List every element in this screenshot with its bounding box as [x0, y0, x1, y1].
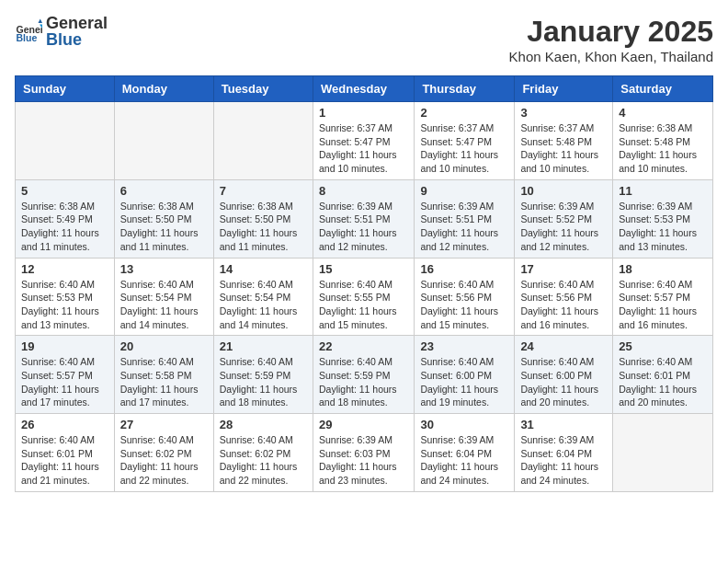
day-number: 29	[319, 418, 408, 431]
day-number: 22	[319, 339, 408, 353]
calendar-cell: 16Sunrise: 6:40 AMSunset: 5:56 PMDayligh…	[415, 258, 515, 336]
day-header-wednesday: Wednesday	[313, 76, 414, 102]
day-number: 14	[220, 262, 307, 276]
calendar-cell: 5Sunrise: 6:38 AMSunset: 5:49 PMDaylight…	[16, 179, 115, 258]
day-info: Sunrise: 6:38 AMSunset: 5:50 PMDaylight:…	[120, 200, 208, 254]
calendar-cell: 12Sunrise: 6:40 AMSunset: 5:53 PMDayligh…	[16, 258, 115, 336]
day-number: 2	[420, 106, 508, 120]
calendar-cell: 21Sunrise: 6:40 AMSunset: 5:59 PMDayligh…	[213, 336, 313, 414]
day-number: 5	[21, 184, 108, 198]
calendar-cell	[16, 102, 115, 180]
calendar-cell: 8Sunrise: 6:39 AMSunset: 5:51 PMDaylight…	[313, 179, 414, 258]
svg-text:Blue: Blue	[17, 32, 38, 43]
day-number: 3	[520, 106, 607, 120]
day-number: 17	[520, 262, 607, 276]
day-info: Sunrise: 6:39 AMSunset: 6:04 PMDaylight:…	[420, 433, 508, 488]
calendar-cell: 25Sunrise: 6:40 AMSunset: 6:01 PMDayligh…	[613, 336, 713, 414]
day-number: 4	[619, 106, 707, 120]
day-info: Sunrise: 6:40 AMSunset: 5:56 PMDaylight:…	[520, 278, 607, 332]
calendar-cell: 11Sunrise: 6:39 AMSunset: 5:53 PMDayligh…	[613, 179, 713, 258]
day-number: 6	[120, 184, 208, 198]
day-number: 7	[220, 184, 307, 198]
day-number: 13	[120, 262, 208, 276]
day-info: Sunrise: 6:40 AMSunset: 5:54 PMDaylight:…	[220, 278, 307, 332]
day-number: 20	[120, 339, 208, 353]
day-info: Sunrise: 6:40 AMSunset: 6:00 PMDaylight:…	[520, 355, 607, 409]
day-number: 26	[21, 418, 108, 431]
day-number: 12	[21, 262, 108, 276]
logo-blue-text: Blue	[46, 31, 108, 48]
day-info: Sunrise: 6:40 AMSunset: 5:53 PMDaylight:…	[21, 278, 108, 332]
header-row: SundayMondayTuesdayWednesdayThursdayFrid…	[16, 76, 713, 102]
logo-icon: General Blue	[15, 17, 42, 45]
week-row-3: 12Sunrise: 6:40 AMSunset: 5:53 PMDayligh…	[16, 258, 713, 336]
calendar-cell: 9Sunrise: 6:39 AMSunset: 5:51 PMDaylight…	[415, 179, 515, 258]
logo: General Blue General Blue	[15, 15, 108, 48]
day-info: Sunrise: 6:38 AMSunset: 5:50 PMDaylight:…	[220, 200, 307, 254]
day-number: 11	[619, 184, 707, 198]
day-info: Sunrise: 6:39 AMSunset: 6:03 PMDaylight:…	[319, 433, 408, 488]
day-number: 19	[21, 339, 108, 353]
day-info: Sunrise: 6:37 AMSunset: 5:47 PMDaylight:…	[420, 121, 508, 176]
day-info: Sunrise: 6:40 AMSunset: 6:01 PMDaylight:…	[21, 433, 108, 488]
calendar-cell: 19Sunrise: 6:40 AMSunset: 5:57 PMDayligh…	[16, 336, 115, 414]
day-info: Sunrise: 6:40 AMSunset: 5:58 PMDaylight:…	[120, 355, 208, 409]
calendar-table: SundayMondayTuesdayWednesdayThursdayFrid…	[15, 75, 713, 492]
day-number: 24	[520, 339, 607, 353]
calendar-cell: 2Sunrise: 6:37 AMSunset: 5:47 PMDaylight…	[415, 102, 515, 180]
day-info: Sunrise: 6:40 AMSunset: 5:56 PMDaylight:…	[420, 278, 508, 332]
calendar-cell: 18Sunrise: 6:40 AMSunset: 5:57 PMDayligh…	[613, 258, 713, 336]
day-info: Sunrise: 6:39 AMSunset: 5:51 PMDaylight:…	[319, 200, 408, 254]
calendar-cell: 22Sunrise: 6:40 AMSunset: 5:59 PMDayligh…	[313, 336, 414, 414]
day-header-thursday: Thursday	[415, 76, 515, 102]
day-info: Sunrise: 6:40 AMSunset: 5:54 PMDaylight:…	[120, 278, 208, 332]
calendar-cell: 10Sunrise: 6:39 AMSunset: 5:52 PMDayligh…	[515, 179, 613, 258]
calendar-cell: 14Sunrise: 6:40 AMSunset: 5:54 PMDayligh…	[213, 258, 313, 336]
day-info: Sunrise: 6:40 AMSunset: 5:57 PMDaylight:…	[619, 278, 707, 332]
week-row-5: 26Sunrise: 6:40 AMSunset: 6:01 PMDayligh…	[16, 414, 713, 492]
calendar-cell: 28Sunrise: 6:40 AMSunset: 6:02 PMDayligh…	[213, 414, 313, 492]
day-number: 18	[619, 262, 707, 276]
calendar-cell: 24Sunrise: 6:40 AMSunset: 6:00 PMDayligh…	[515, 336, 613, 414]
day-info: Sunrise: 6:38 AMSunset: 5:48 PMDaylight:…	[619, 121, 707, 176]
calendar-cell	[213, 102, 313, 180]
day-number: 16	[420, 262, 508, 276]
day-info: Sunrise: 6:39 AMSunset: 5:51 PMDaylight:…	[420, 200, 508, 254]
day-info: Sunrise: 6:40 AMSunset: 5:59 PMDaylight:…	[319, 355, 408, 409]
day-header-tuesday: Tuesday	[213, 76, 313, 102]
day-info: Sunrise: 6:40 AMSunset: 6:00 PMDaylight:…	[420, 355, 508, 409]
calendar-cell: 7Sunrise: 6:38 AMSunset: 5:50 PMDaylight…	[213, 179, 313, 258]
day-number: 1	[319, 106, 408, 120]
day-header-sunday: Sunday	[16, 76, 115, 102]
week-row-1: 1Sunrise: 6:37 AMSunset: 5:47 PMDaylight…	[16, 102, 713, 180]
day-info: Sunrise: 6:40 AMSunset: 6:01 PMDaylight:…	[619, 355, 707, 409]
day-number: 10	[520, 184, 607, 198]
calendar-cell	[613, 414, 713, 492]
day-number: 31	[520, 418, 607, 431]
calendar-cell: 4Sunrise: 6:38 AMSunset: 5:48 PMDaylight…	[613, 102, 713, 180]
day-info: Sunrise: 6:40 AMSunset: 5:55 PMDaylight:…	[319, 278, 408, 332]
day-number: 28	[220, 418, 307, 431]
day-info: Sunrise: 6:40 AMSunset: 5:59 PMDaylight:…	[220, 355, 307, 409]
day-info: Sunrise: 6:39 AMSunset: 5:52 PMDaylight:…	[520, 200, 607, 254]
calendar-cell: 1Sunrise: 6:37 AMSunset: 5:47 PMDaylight…	[313, 102, 414, 180]
day-info: Sunrise: 6:39 AMSunset: 6:04 PMDaylight:…	[520, 433, 607, 488]
day-info: Sunrise: 6:37 AMSunset: 5:48 PMDaylight:…	[520, 121, 607, 176]
calendar-cell: 29Sunrise: 6:39 AMSunset: 6:03 PMDayligh…	[313, 414, 414, 492]
day-number: 23	[420, 339, 508, 353]
calendar-cell: 31Sunrise: 6:39 AMSunset: 6:04 PMDayligh…	[515, 414, 613, 492]
logo-general-text: General	[46, 15, 108, 31]
day-info: Sunrise: 6:39 AMSunset: 5:53 PMDaylight:…	[619, 200, 707, 254]
calendar-cell: 26Sunrise: 6:40 AMSunset: 6:01 PMDayligh…	[16, 414, 115, 492]
month-title: January 2025	[509, 15, 713, 49]
day-number: 30	[420, 418, 508, 431]
day-number: 25	[619, 339, 707, 353]
day-info: Sunrise: 6:40 AMSunset: 6:02 PMDaylight:…	[220, 433, 307, 488]
calendar-cell: 3Sunrise: 6:37 AMSunset: 5:48 PMDaylight…	[515, 102, 613, 180]
calendar-cell: 6Sunrise: 6:38 AMSunset: 5:50 PMDaylight…	[114, 179, 213, 258]
day-number: 15	[319, 262, 408, 276]
calendar-cell: 17Sunrise: 6:40 AMSunset: 5:56 PMDayligh…	[515, 258, 613, 336]
day-header-friday: Friday	[515, 76, 613, 102]
title-block: January 2025 Khon Kaen, Khon Kaen, Thail…	[509, 15, 713, 64]
day-info: Sunrise: 6:40 AMSunset: 6:02 PMDaylight:…	[120, 433, 208, 488]
